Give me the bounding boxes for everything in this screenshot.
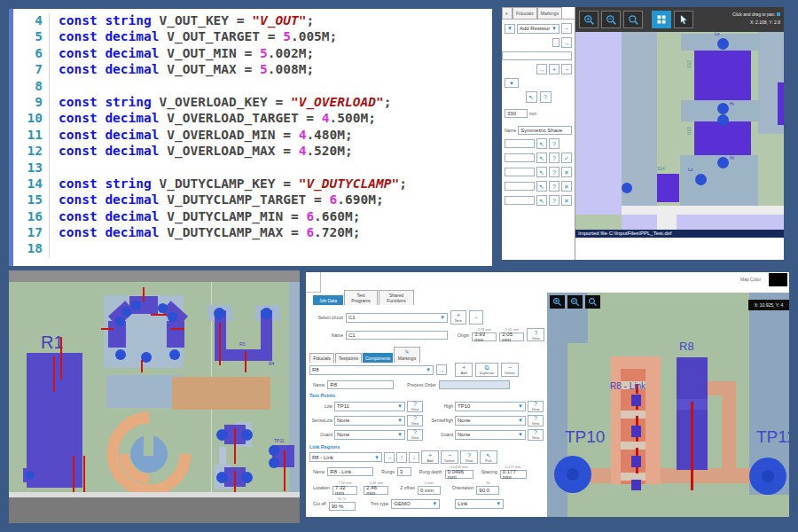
zoom-out-button[interactable] bbox=[567, 295, 583, 309]
add-component-button[interactable]: +Add bbox=[455, 363, 473, 377]
spinner-field[interactable] bbox=[552, 38, 559, 47]
pick-region-button[interactable]: ↖Pick bbox=[480, 450, 497, 464]
orientation-field[interactable]: 90.0 bbox=[476, 486, 499, 495]
link-mode-dropdown[interactable]: Link▼ bbox=[455, 499, 504, 509]
add-region-button[interactable]: +Add bbox=[421, 450, 439, 464]
help-button[interactable]: ? bbox=[549, 167, 559, 177]
tab-fiducials[interactable]: Fiducials bbox=[309, 353, 334, 363]
help-button[interactable]: ? bbox=[549, 181, 559, 192]
select-cursor-button[interactable] bbox=[674, 11, 693, 28]
value-cell[interactable] bbox=[505, 153, 535, 162]
tab-components[interactable]: Components bbox=[363, 353, 393, 363]
code-line[interactable]: 14const string V_DUTYCLAMP_KEY = "V_DUTY… bbox=[13, 176, 492, 192]
testpoint-dropdown[interactable]: None▼ bbox=[455, 416, 526, 426]
zoom-window-button[interactable] bbox=[585, 295, 600, 309]
trim-type-dropdown[interactable]: GEMO▼ bbox=[391, 499, 440, 509]
goto-component-button[interactable]: → bbox=[436, 364, 447, 375]
code-line[interactable]: 13 bbox=[13, 160, 492, 176]
spacing-field[interactable]: 0.177 mm bbox=[500, 470, 527, 479]
code-line[interactable]: 9const string V_OVERLOAD_KEY = "V_OVERLO… bbox=[13, 95, 492, 111]
pick-pointer-button[interactable]: ↖ bbox=[536, 138, 547, 149]
plus-button[interactable]: + bbox=[549, 64, 559, 74]
cad-canvas[interactable]: Lo Hi Hi Lo S12 S13 S14 bbox=[575, 32, 784, 230]
pick-pointer-button[interactable]: ↖ bbox=[536, 181, 547, 192]
tab-job-data[interactable]: Job Data bbox=[313, 295, 343, 305]
map-color-swatch[interactable] bbox=[769, 273, 787, 286]
circuit-dropdown[interactable]: C1▼ bbox=[346, 313, 448, 323]
cutoff-field[interactable]: 90 % bbox=[329, 502, 356, 511]
testpoint-dropdown[interactable]: None▼ bbox=[334, 416, 405, 426]
code-line[interactable]: 12const decimal V_OVERLOAD_MAX = 4.520M; bbox=[13, 144, 492, 160]
zoom-fit-button[interactable] bbox=[652, 11, 671, 28]
delete-region-button[interactable]: −Delete bbox=[441, 450, 458, 464]
testpoint-dropdown[interactable]: TP10▼ bbox=[455, 402, 526, 411]
value-field[interactable] bbox=[502, 51, 572, 60]
delete-component-button[interactable]: −Delete bbox=[501, 363, 519, 377]
value-cell[interactable] bbox=[505, 139, 535, 148]
arrow-right-button[interactable]: → bbox=[536, 64, 547, 74]
zoom-in-button[interactable] bbox=[550, 295, 565, 309]
testpoint-dropdown[interactable]: None▼ bbox=[455, 430, 526, 440]
code-line[interactable]: 7const decimal V_OUT_MAX = 5.008M; bbox=[13, 62, 492, 78]
rung-depth-field[interactable]: 0.0496 mm bbox=[445, 470, 473, 479]
small-dropdown[interactable]: ▼ bbox=[505, 78, 519, 88]
region-name-field[interactable]: R8 - Link bbox=[327, 467, 373, 476]
dimension-field[interactable]: 330 bbox=[505, 109, 528, 118]
goto-region-button[interactable]: → bbox=[384, 452, 395, 463]
zoom-in-button[interactable] bbox=[579, 11, 598, 28]
minus-button[interactable]: − bbox=[561, 64, 572, 74]
zoom-out-button[interactable] bbox=[601, 11, 621, 28]
testpoint-dropdown[interactable]: TP11▼ bbox=[334, 402, 405, 411]
move-up-button[interactable]: ↑ bbox=[396, 452, 407, 463]
duplicate-component-button[interactable]: ⧉Duplicate bbox=[475, 363, 498, 377]
view-testpoint-button[interactable]: ?View bbox=[528, 415, 544, 426]
region-dropdown[interactable]: R8 - Link▼ bbox=[309, 452, 382, 462]
code-line[interactable]: 6const decimal V_OUT_MIN = 5.002M; bbox=[13, 46, 492, 62]
cross-button[interactable]: ✕ bbox=[561, 195, 572, 206]
apply-arrow-button[interactable]: → bbox=[561, 37, 572, 48]
code-line[interactable]: 8 bbox=[13, 79, 492, 95]
move-down-button[interactable]: ↓ bbox=[409, 452, 419, 463]
check-button[interactable]: ✓ bbox=[561, 153, 572, 163]
pick-pointer-button[interactable]: ↖ bbox=[536, 153, 547, 163]
rungs-field[interactable]: 3 bbox=[397, 467, 411, 476]
tab-test-programs[interactable]: Test Programs bbox=[344, 290, 378, 305]
tab-markings[interactable]: ✎ Markings bbox=[394, 347, 420, 363]
tab-cut[interactable]: s bbox=[502, 7, 512, 19]
pcb-viewer-canvas[interactable]: TP10 TP11 R8 R8 - Link X: 10.925, Y: 4 bbox=[547, 293, 789, 517]
mini-dropdown[interactable]: ▼ bbox=[505, 24, 515, 34]
window-titlebar[interactable] bbox=[9, 270, 300, 282]
origin-view-button[interactable]: ?View bbox=[527, 328, 544, 341]
help-button[interactable]: ? bbox=[549, 138, 559, 149]
view-testpoint-button[interactable]: ?View bbox=[407, 429, 423, 441]
code-line[interactable]: 18 bbox=[13, 241, 492, 257]
shave-name-field[interactable]: Symmetric Shave bbox=[518, 126, 572, 135]
view-testpoint-button[interactable]: ?View bbox=[407, 415, 423, 426]
tab-fiducials[interactable]: Fiducials bbox=[512, 7, 537, 19]
view-testpoint-button[interactable]: ?View bbox=[528, 401, 544, 412]
tab-markings[interactable]: Markings bbox=[537, 7, 562, 19]
pcb-canvas[interactable]: R1 bbox=[9, 282, 300, 492]
view-region-button[interactable]: ?View bbox=[460, 450, 478, 464]
code-line[interactable]: 16const decimal V_DUTYCLAMP_MIN = 6.660M… bbox=[13, 209, 492, 225]
code-line[interactable]: 11const decimal V_OVERLOAD_MIN = 4.480M; bbox=[13, 128, 492, 144]
component-dropdown[interactable]: R8▼ bbox=[309, 365, 434, 375]
zoom-window-button[interactable] bbox=[623, 11, 643, 28]
help-button[interactable]: ? bbox=[540, 91, 552, 103]
delete-circuit-button[interactable]: − bbox=[469, 310, 483, 325]
testpoint-dropdown[interactable]: None▼ bbox=[334, 430, 405, 440]
pick-pointer-button[interactable]: ↖ bbox=[536, 167, 547, 177]
value-cell[interactable] bbox=[505, 168, 535, 176]
new-circuit-button[interactable]: +New bbox=[450, 310, 466, 325]
tab-shared-functions[interactable]: Shared Functions bbox=[379, 290, 414, 305]
circuit-name-field[interactable]: C1 bbox=[346, 331, 448, 340]
origin-x-field[interactable]: 3.93 mm bbox=[472, 332, 497, 341]
pick-pointer-button[interactable]: ↖ bbox=[526, 91, 537, 103]
pick-pointer-button[interactable]: ↖ bbox=[536, 195, 547, 206]
tab-testpoints[interactable]: Testpoints bbox=[335, 353, 362, 363]
view-testpoint-button[interactable]: ?View bbox=[528, 429, 544, 441]
remove-button[interactable]: − bbox=[561, 23, 572, 34]
value-cell[interactable] bbox=[505, 182, 535, 191]
code-line[interactable]: 17const decimal V_DUTYCLAMP_MAX = 6.720M… bbox=[13, 225, 492, 241]
code-line[interactable]: 5const decimal V_OUT_TARGET = 5.005M; bbox=[13, 29, 492, 45]
